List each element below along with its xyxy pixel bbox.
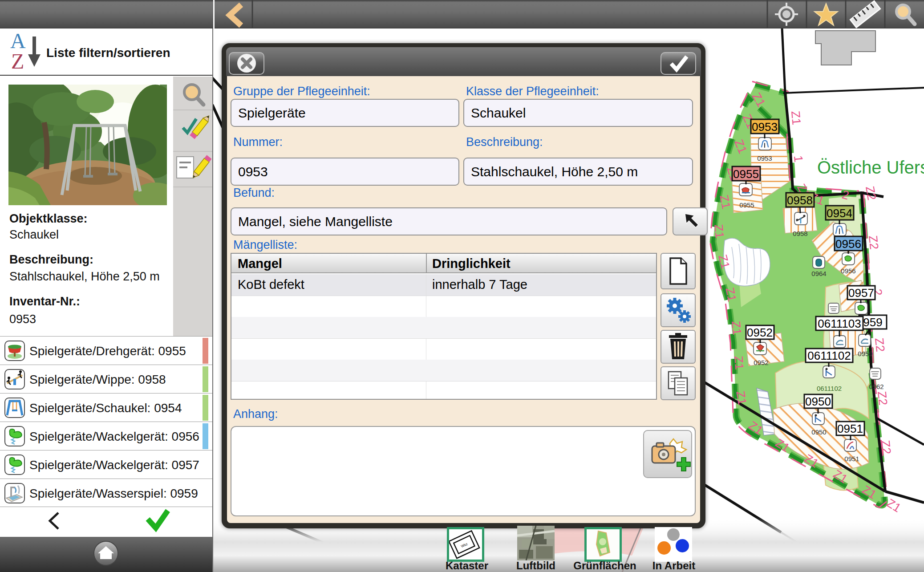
svg-text:0954: 0954	[827, 207, 852, 220]
svg-text:0957: 0957	[848, 286, 874, 300]
svg-text:0962: 0962	[869, 383, 883, 390]
svg-text:Z1: Z1	[712, 223, 726, 239]
svg-text:0958: 0958	[793, 230, 807, 237]
svg-text:0955: 0955	[739, 201, 754, 209]
svg-text:0959: 0959	[858, 350, 872, 357]
svg-text:0953: 0953	[757, 154, 772, 162]
svg-text:Z1: Z1	[789, 110, 803, 126]
svg-text:Z2: Z2	[866, 235, 881, 250]
svg-text:1: 1	[791, 155, 805, 163]
svg-text:Z1: Z1	[734, 390, 749, 406]
svg-text:Z1: Z1	[729, 320, 744, 335]
svg-text:Z: Z	[11, 49, 24, 73]
svg-text:Z2: Z2	[875, 390, 890, 406]
svg-text:Z1: Z1	[717, 194, 733, 210]
svg-text:0955: 0955	[733, 167, 759, 181]
svg-text:0611102: 0611102	[807, 349, 851, 362]
svg-text:0952: 0952	[754, 359, 768, 366]
svg-text:0951: 0951	[844, 455, 859, 462]
svg-text:0611103: 0611103	[818, 317, 861, 330]
svg-text:0956: 0956	[835, 237, 861, 251]
svg-text:Z2: Z2	[879, 439, 893, 454]
svg-text:0950: 0950	[805, 395, 831, 408]
svg-text:0958: 0958	[787, 194, 813, 207]
svg-text:Z1: Z1	[732, 355, 746, 370]
svg-text:0950: 0950	[811, 428, 826, 436]
svg-text:0964: 0964	[811, 270, 826, 277]
svg-text:0953: 0953	[752, 120, 778, 134]
svg-text:Östliche Uferstraße: Östliche Uferstraße	[817, 158, 924, 177]
svg-text:Wkz: Wkz	[460, 542, 468, 548]
svg-text:Z2: Z2	[872, 337, 887, 352]
svg-text:Z1: Z1	[723, 286, 739, 303]
svg-text:Z2: Z2	[863, 185, 879, 201]
svg-text:959: 959	[863, 316, 882, 329]
svg-text:0952: 0952	[747, 326, 773, 339]
svg-text:0611102: 0611102	[817, 385, 842, 392]
svg-text:0951: 0951	[837, 422, 863, 435]
svg-text:0956: 0956	[841, 267, 855, 275]
